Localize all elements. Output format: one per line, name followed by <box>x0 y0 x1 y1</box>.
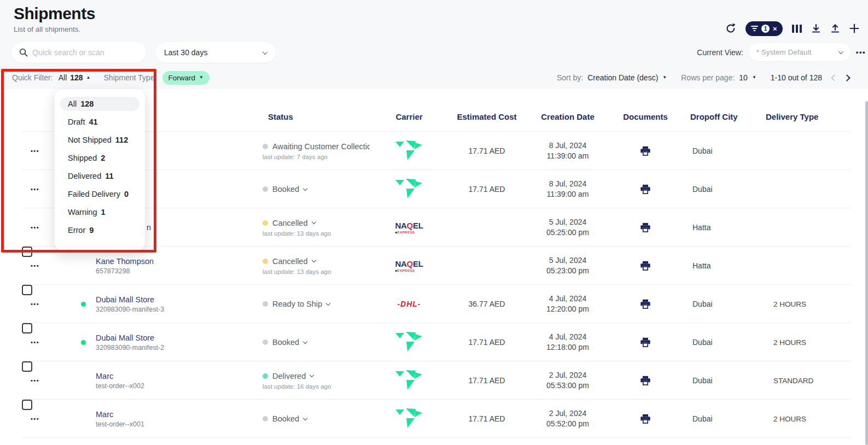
shipment-name-link[interactable]: Kane Thompson <box>96 257 154 266</box>
shipment-type-label: Shipment Type: <box>104 73 157 82</box>
chevron-down-icon[interactable] <box>303 339 307 343</box>
creation-date: 8 Jul, 2024 11:39:00 am <box>514 170 621 208</box>
filter-option-count: 128 <box>80 99 94 108</box>
filter-option[interactable]: Error 9 <box>60 223 139 237</box>
pagination-range: 1-10 out of 128 <box>771 73 822 82</box>
print-icon[interactable] <box>640 222 651 233</box>
caret-down-icon[interactable]: ▼ <box>752 75 756 80</box>
column-header-status[interactable]: Status <box>268 112 293 121</box>
refresh-icon[interactable] <box>725 23 736 34</box>
filter-option-label: Delivered <box>68 172 101 180</box>
delivery-type <box>773 247 850 285</box>
row-actions-button[interactable]: ••• <box>26 285 44 323</box>
rows-per-page-select[interactable]: 10 <box>739 73 748 82</box>
current-view-select[interactable]: * System Default <box>749 43 850 61</box>
print-icon[interactable] <box>640 375 651 386</box>
search-input[interactable] <box>32 48 131 57</box>
status-dot <box>263 144 268 149</box>
chevron-down-icon[interactable] <box>303 415 307 420</box>
documents-cell <box>624 208 667 247</box>
creation-date-line2: 11:39:00 am <box>547 151 589 161</box>
table-row: ••• Dubai Mall Store 320983090-manifest-… <box>22 285 850 323</box>
documents-cell <box>624 132 667 170</box>
search-box[interactable] <box>11 42 146 63</box>
print-icon[interactable] <box>640 184 651 195</box>
column-header-delivery-type[interactable]: Delivery Type <box>766 112 818 121</box>
print-icon[interactable] <box>640 145 651 156</box>
row-actions-button[interactable]: ••• <box>26 132 44 170</box>
row-actions-button[interactable]: ••• <box>26 323 44 361</box>
print-icon[interactable] <box>640 260 651 271</box>
filter-option[interactable]: Shipped 2 <box>60 151 139 165</box>
print-icon[interactable] <box>640 337 651 348</box>
delivery-type: STANDARD <box>773 361 850 400</box>
vertical-scrollbar[interactable] <box>865 101 868 445</box>
add-icon[interactable] <box>849 24 859 33</box>
sort-by-select[interactable]: Creation Date (desc) <box>587 73 658 82</box>
delivery-type <box>773 170 850 208</box>
chevron-down-icon[interactable] <box>311 220 316 224</box>
documents-cell <box>624 170 667 208</box>
imile-logo <box>395 178 423 200</box>
shipment-name-link[interactable]: Dubai Mall Store <box>96 333 154 342</box>
clear-filter-icon[interactable]: × <box>773 25 777 32</box>
creation-date: 2 Jul, 2024 05:53:00 pm <box>514 361 621 400</box>
shipment-name-cell: Dubai Mall Store 320983090-manifest-2 <box>96 323 254 361</box>
documents-cell <box>624 323 667 361</box>
more-options-icon[interactable]: ••• <box>856 48 866 56</box>
shipment-name-cell: Marc test-order--x001 <box>96 400 254 438</box>
page-subtitle: List of all shipments. <box>14 25 80 33</box>
creation-date-line1: 2 Jul, 2024 <box>549 408 587 419</box>
shipment-name-link[interactable]: Marc <box>96 372 113 380</box>
filter-option-label: Failed Delivery <box>68 190 120 198</box>
table-row: ••• Awaiting Customer Collection last up… <box>22 132 850 170</box>
print-icon[interactable] <box>640 298 651 309</box>
upload-icon[interactable] <box>830 24 840 33</box>
chevron-down-icon[interactable] <box>311 258 316 262</box>
shipment-name-link[interactable]: Dubai Mall Store <box>96 295 154 304</box>
next-page-icon[interactable] <box>843 74 850 81</box>
status-dot <box>263 339 268 345</box>
chevron-down-icon[interactable] <box>310 373 314 377</box>
filter-option[interactable]: Failed Delivery 0 <box>60 187 139 201</box>
shipment-name-link[interactable]: n <box>147 223 151 232</box>
caret-down-icon[interactable]: ▼ <box>662 75 667 80</box>
last-update: last update: 16 days ago <box>263 383 331 390</box>
row-actions-button[interactable]: ••• <box>26 361 44 400</box>
column-header-dropoff-city[interactable]: Dropoff City <box>690 112 738 121</box>
status-label: Cancelled <box>272 257 308 266</box>
shipment-type-select[interactable]: Forward ▼ <box>162 71 209 85</box>
date-range-value: Last 30 days <box>164 48 207 57</box>
column-header-documents[interactable]: Documents <box>602 112 689 121</box>
chevron-down-icon[interactable] <box>303 186 307 190</box>
row-actions-button[interactable]: ••• <box>26 400 44 438</box>
status-label: Ready to Ship <box>272 300 322 308</box>
print-icon[interactable] <box>640 413 651 424</box>
active-filter-pill[interactable]: 1 × <box>745 21 783 36</box>
quick-filter-trigger[interactable]: All 128 ▲ <box>59 73 91 82</box>
order-id: 320983090-manifest-2 <box>96 344 164 352</box>
caret-down-icon: ▼ <box>199 75 203 80</box>
sort-by-label: Sort by: <box>557 73 583 82</box>
page-title: Shipments <box>14 4 95 23</box>
row-actions-button[interactable]: ••• <box>26 170 44 208</box>
chevron-down-icon[interactable] <box>326 301 330 305</box>
shipment-name-link[interactable]: Marc <box>96 410 113 419</box>
filter-option[interactable]: Delivered 11 <box>60 169 139 183</box>
creation-date-line1: 4 Jul, 2024 <box>549 294 587 304</box>
row-actions-button[interactable]: ••• <box>26 208 44 247</box>
date-range-select[interactable]: Last 30 days <box>155 42 276 63</box>
filter-option[interactable]: All 128 <box>60 97 139 111</box>
presence-dot <box>80 323 86 361</box>
filter-option[interactable]: Warning 1 <box>60 205 139 219</box>
columns-icon[interactable] <box>792 25 802 33</box>
filter-option[interactable]: Draft 41 <box>60 115 139 129</box>
prev-page-icon[interactable] <box>831 74 838 81</box>
toolbar-icons: 1 × <box>725 21 859 36</box>
dropoff-city: Dubai <box>692 285 764 323</box>
filter-option[interactable]: Not Shipped 112 <box>60 133 139 147</box>
download-icon[interactable] <box>811 24 821 33</box>
creation-date-line2: 12:20:00 pm <box>546 304 589 314</box>
presence-dot <box>80 285 86 323</box>
row-actions-button[interactable]: ••• <box>26 247 44 285</box>
